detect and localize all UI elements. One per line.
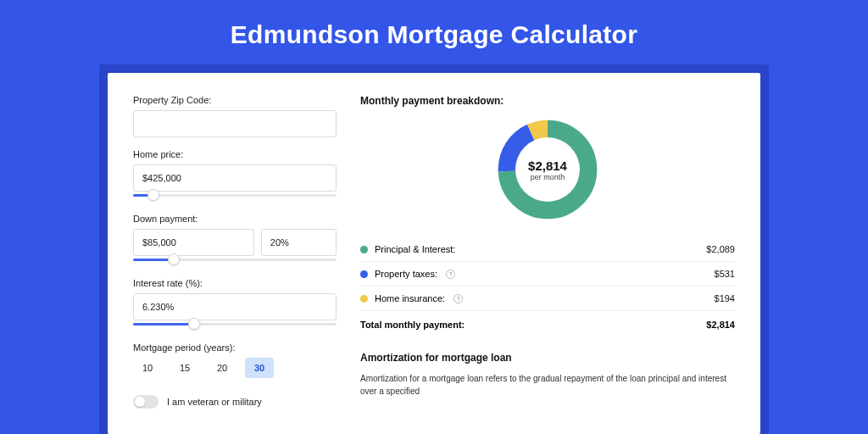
legend-label: Principal & Interest: bbox=[375, 244, 455, 254]
home-price-label: Home price: bbox=[133, 149, 337, 159]
breakdown-panel: Monthly payment breakdown: $2,814 per mo… bbox=[360, 95, 735, 409]
zip-label: Property Zip Code: bbox=[133, 95, 337, 105]
down-payment-label: Down payment: bbox=[133, 214, 337, 224]
veteran-label: I am veteran or military bbox=[167, 397, 262, 407]
zip-input[interactable] bbox=[133, 110, 337, 137]
down-payment-input[interactable] bbox=[133, 229, 254, 256]
legend-label: Property taxes: bbox=[375, 269, 437, 279]
legend-label: Home insurance: bbox=[375, 293, 445, 303]
period-option-20[interactable]: 20 bbox=[208, 358, 236, 378]
donut-chart: $2,814 per month bbox=[360, 119, 735, 220]
home-price-field: Home price: bbox=[133, 149, 337, 202]
rate-input[interactable] bbox=[133, 293, 337, 320]
slider-thumb[interactable] bbox=[188, 318, 200, 330]
legend-value: $531 bbox=[715, 269, 735, 279]
rate-label: Interest rate (%): bbox=[133, 278, 337, 288]
period-options: 10 15 20 30 bbox=[133, 358, 337, 378]
amortization-title: Amortization for mortgage loan bbox=[360, 352, 735, 364]
period-label: Mortgage period (years): bbox=[133, 342, 337, 353]
donut-center: $2,814 per month bbox=[515, 137, 580, 202]
info-icon[interactable]: ? bbox=[453, 294, 463, 303]
home-price-input[interactable] bbox=[133, 164, 337, 192]
down-payment-slider[interactable] bbox=[133, 254, 337, 266]
total-value: $2,814 bbox=[706, 320, 735, 330]
rate-field: Interest rate (%): bbox=[133, 278, 337, 331]
period-field: Mortgage period (years): 10 15 20 30 bbox=[133, 342, 337, 378]
legend-row-insurance: Home insurance: ? $194 bbox=[360, 287, 735, 311]
page-title: Edmundson Mortgage Calculator bbox=[0, 0, 868, 64]
slider-thumb[interactable] bbox=[147, 189, 159, 201]
info-icon[interactable]: ? bbox=[446, 270, 455, 279]
dot-icon bbox=[360, 295, 368, 303]
period-option-10[interactable]: 10 bbox=[133, 358, 162, 378]
veteran-row: I am veteran or military bbox=[133, 395, 337, 409]
donut-amount: $2,814 bbox=[528, 159, 567, 173]
total-label: Total monthly payment: bbox=[360, 320, 465, 330]
dot-icon bbox=[360, 246, 368, 253]
legend-value: $2,089 bbox=[706, 244, 735, 254]
legend-row-principal: Principal & Interest: $2,089 bbox=[360, 237, 735, 262]
calculator-card: Property Zip Code: Home price: Down paym… bbox=[108, 73, 760, 434]
zip-field: Property Zip Code: bbox=[133, 95, 337, 137]
form-panel: Property Zip Code: Home price: Down paym… bbox=[133, 95, 337, 409]
slider-thumb[interactable] bbox=[168, 253, 180, 265]
rate-slider[interactable] bbox=[133, 319, 337, 331]
period-option-15[interactable]: 15 bbox=[170, 358, 199, 378]
veteran-toggle[interactable] bbox=[133, 395, 159, 409]
card-shadow: Property Zip Code: Home price: Down paym… bbox=[99, 64, 769, 434]
total-row: Total monthly payment: $2,814 bbox=[360, 311, 735, 343]
period-option-30[interactable]: 30 bbox=[245, 358, 274, 378]
donut-sub: per month bbox=[531, 173, 565, 181]
dot-icon bbox=[360, 270, 368, 278]
down-payment-field: Down payment: bbox=[133, 214, 337, 266]
home-price-slider[interactable] bbox=[133, 190, 337, 202]
amortization-body: Amortization for a mortgage loan refers … bbox=[360, 372, 735, 398]
breakdown-title: Monthly payment breakdown: bbox=[360, 95, 735, 107]
down-payment-pct-input[interactable] bbox=[261, 229, 337, 256]
legend-row-taxes: Property taxes: ? $531 bbox=[360, 262, 735, 287]
legend-value: $194 bbox=[715, 293, 735, 303]
